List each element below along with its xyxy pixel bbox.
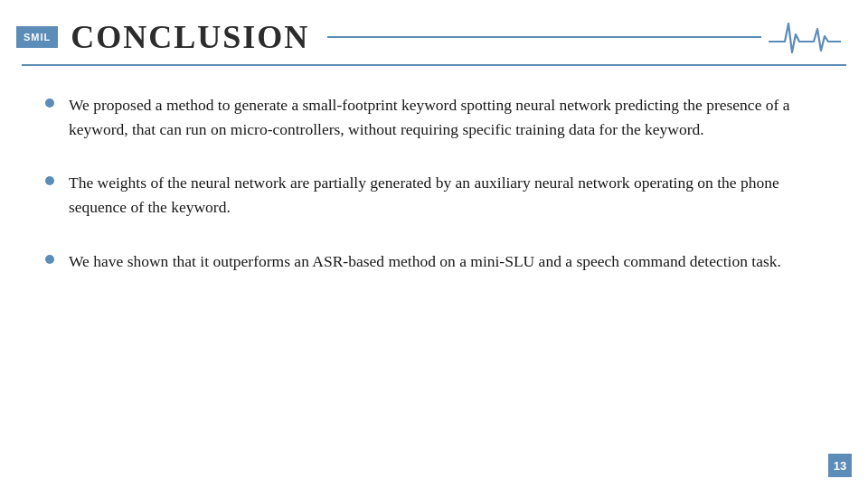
content-area: We proposed a method to generate a small… xyxy=(0,66,868,321)
bullet-text-1: We proposed a method to generate a small… xyxy=(69,93,823,142)
title-area: CONCLUSION xyxy=(71,16,841,57)
bullet-text-3: We have shown that it outperforms an ASR… xyxy=(69,249,781,274)
slide-title: CONCLUSION xyxy=(71,18,309,56)
logo-badge: SMIL xyxy=(16,26,58,48)
header-line-container xyxy=(327,16,841,57)
slide-container: SMIL CONCLUSION We proposed a method to … xyxy=(0,0,868,488)
bullet-text-2: The weights of the neural network are pa… xyxy=(69,171,823,220)
bullet-dot-3 xyxy=(45,255,54,264)
bullet-dot-1 xyxy=(45,99,54,108)
bullet-dot-2 xyxy=(45,176,54,185)
ekg-icon xyxy=(769,16,841,57)
header-line xyxy=(327,36,761,38)
bullet-item-1: We proposed a method to generate a small… xyxy=(45,93,823,142)
slide-header: SMIL CONCLUSION xyxy=(0,0,868,57)
page-number: 13 xyxy=(828,454,852,477)
bullet-item-3: We have shown that it outperforms an ASR… xyxy=(45,249,823,274)
bullet-item-2: The weights of the neural network are pa… xyxy=(45,171,823,220)
